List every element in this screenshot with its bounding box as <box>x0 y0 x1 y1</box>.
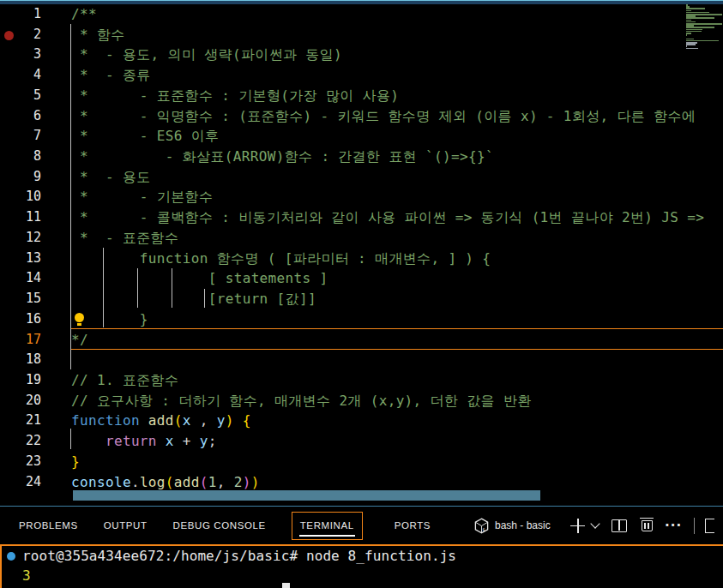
code-text: [ statements ] <box>71 268 328 289</box>
code-line[interactable]: 24console.log(add(1, 2)) <box>0 472 723 493</box>
line-number[interactable]: 6 <box>0 106 41 127</box>
indent-guide <box>103 248 104 327</box>
code-text: // 1. 표준함수 <box>71 370 178 391</box>
line-number[interactable]: 8 <box>0 147 41 167</box>
horizontal-scrollbar[interactable] <box>73 490 540 501</box>
new-terminal-icon[interactable] <box>570 519 585 533</box>
code-line[interactable]: 9 * - 용도 <box>0 167 723 188</box>
terminal-pane[interactable]: root@355a434ee672:/home/js/basic# node 8… <box>0 544 723 588</box>
maximize-panel-icon[interactable] <box>705 519 714 533</box>
code-text: * - 표준함수 : 기본형(가장 많이 사용) <box>71 86 399 106</box>
code-text: * - 용도 <box>71 167 151 188</box>
code-text: } <box>71 452 80 472</box>
svg-text:$: $ <box>482 526 485 531</box>
code-text: * - ES6 이후 <box>71 126 219 147</box>
panel-tab-output[interactable]: OUTPUT <box>104 512 148 540</box>
vscode-window: 1/**2 * 함수3 * - 용도, 의미 생략(파이썬과 동일)4 * - … <box>0 0 723 588</box>
code-line[interactable]: 3 * - 용도, 의미 생략(파이썬과 동일) <box>0 45 723 65</box>
command-decoration-icon[interactable] <box>7 552 15 561</box>
code-text: */ <box>71 330 88 351</box>
kill-terminal-icon[interactable] <box>642 520 653 531</box>
code-line[interactable]: 19// 1. 표준함수 <box>0 370 723 391</box>
code-line[interactable]: 10 * - 기본함수 <box>0 187 723 207</box>
code-line[interactable]: 13 function 함수명 ( [파라미터 : 매개변수, ] ) { <box>0 249 723 269</box>
panel-tab-debug-console[interactable]: DEBUG CONSOLE <box>173 512 266 540</box>
terminal-command-line: root@355a434ee672:/home/js/basic# node 8… <box>2 546 723 566</box>
terminal-output-line: 3 <box>2 566 723 585</box>
code-line[interactable]: 2 * 함수 <box>0 25 723 45</box>
code-text: * 함수 <box>71 25 125 45</box>
code-line[interactable]: 5 * - 표준함수 : 기본형(가장 많이 사용) <box>0 86 723 106</box>
bash-terminal-icon: $ <box>473 518 490 534</box>
line-number[interactable]: 14 <box>0 268 41 289</box>
terminal-instance-label[interactable]: bash - basic <box>495 519 557 531</box>
code-text: * - 화살표(ARROW)함수 : 간결한 표현 `()=>{}` <box>71 147 494 167</box>
line-number[interactable]: 17 <box>0 330 41 351</box>
lightbulb-icon[interactable] <box>75 313 84 326</box>
code-line[interactable]: 14 [ statements ] <box>0 268 723 289</box>
line-number[interactable]: 20 <box>0 391 41 411</box>
split-terminal-icon[interactable] <box>612 519 627 532</box>
code-text: * - 종류 <box>71 65 151 86</box>
line-number[interactable]: 15 <box>0 289 41 309</box>
code-line[interactable]: 18 <box>0 350 723 370</box>
line-number[interactable]: 24 <box>0 472 41 493</box>
code-text: [return [값]] <box>71 289 316 309</box>
code-line[interactable]: 1/** <box>0 4 723 25</box>
terminal-cursor <box>282 583 290 588</box>
code-text: * - 표준함수 <box>71 228 178 249</box>
terminal-actions: $ bash - basic ··· <box>473 507 714 544</box>
line-number[interactable]: 23 <box>0 452 41 472</box>
breakpoint-icon[interactable] <box>4 31 14 40</box>
line-number[interactable]: 16 <box>0 309 41 330</box>
indent-guide <box>137 268 138 308</box>
code-line[interactable]: 8 * - 화살표(ARROW)함수 : 간결한 표현 `()=>{}` <box>0 147 723 167</box>
line-number[interactable]: 21 <box>0 411 41 431</box>
code-line[interactable]: 7 * - ES6 이후 <box>0 126 723 147</box>
minimap[interactable] <box>684 4 723 51</box>
line-number[interactable]: 1 <box>0 4 41 25</box>
line-number[interactable]: 11 <box>0 207 41 228</box>
code-line[interactable]: 21function add(x , y) { <box>0 411 723 431</box>
code-line[interactable]: 4 * - 종류 <box>0 65 723 86</box>
code-line[interactable]: 23} <box>0 452 723 472</box>
current-line-border <box>71 328 723 329</box>
indent-guide <box>70 429 71 449</box>
code-line[interactable]: 17*/ <box>0 330 723 351</box>
panel-tab-problems[interactable]: PROBLEMS <box>19 512 78 540</box>
more-actions-icon[interactable]: ··· <box>665 519 682 532</box>
code-line[interactable]: 20// 요구사항 : 더하기 함수, 매개변수 2개 (x,y), 더한 값을… <box>0 391 723 411</box>
line-number[interactable]: 10 <box>0 187 41 207</box>
terminal-profile-chevron-icon[interactable] <box>590 519 599 528</box>
line-number[interactable]: 5 <box>0 86 41 106</box>
current-line-border <box>71 349 723 350</box>
line-number[interactable]: 19 <box>0 370 41 391</box>
code-text: function add(x , y) { <box>71 411 251 431</box>
line-number[interactable]: 4 <box>0 65 41 86</box>
code-text: /** <box>71 4 97 25</box>
indent-guide <box>172 268 172 308</box>
line-number[interactable]: 12 <box>0 228 41 249</box>
code-line[interactable]: 6 * - 익명함수 : (표준함수) - 키워드 함수명 제외 (이름 x) … <box>0 106 723 127</box>
code-line[interactable]: 11 * - 콜백함수 : 비동기처리와 같이 사용 파이썬 => 동기식 (1… <box>0 207 723 228</box>
line-number[interactable]: 9 <box>0 167 41 188</box>
code-line[interactable]: 16 } <box>0 309 723 330</box>
code-text: * - 익명함수 : (표준함수) - 키워드 함수명 제외 (이름 x) - … <box>71 106 696 127</box>
panel-tab-ports[interactable]: PORTS <box>395 512 431 540</box>
code-line[interactable]: 15 [return [값]] <box>0 289 723 309</box>
code-text: * - 콜백함수 : 비동기처리와 같이 사용 파이썬 => 동기식 (1번 끝… <box>71 207 704 228</box>
panel-tab-terminal[interactable]: TERMINAL <box>292 512 363 540</box>
line-number[interactable]: 7 <box>0 126 41 147</box>
indent-guide <box>204 289 205 308</box>
indent-guide <box>70 24 71 369</box>
code-line[interactable]: 22 return x + y; <box>0 431 723 452</box>
line-number[interactable]: 13 <box>0 249 41 269</box>
code-text: return x + y; <box>71 431 217 452</box>
line-number[interactable]: 18 <box>0 350 41 370</box>
line-number[interactable]: 3 <box>0 45 41 65</box>
line-number[interactable]: 22 <box>0 431 41 452</box>
code-line[interactable]: 12 * - 표준함수 <box>0 228 723 249</box>
code-editor[interactable]: 1/**2 * 함수3 * - 용도, 의미 생략(파이썬과 동일)4 * - … <box>0 4 723 495</box>
actions-divider <box>694 518 695 534</box>
code-text: console.log(add(1, 2)) <box>71 472 260 493</box>
